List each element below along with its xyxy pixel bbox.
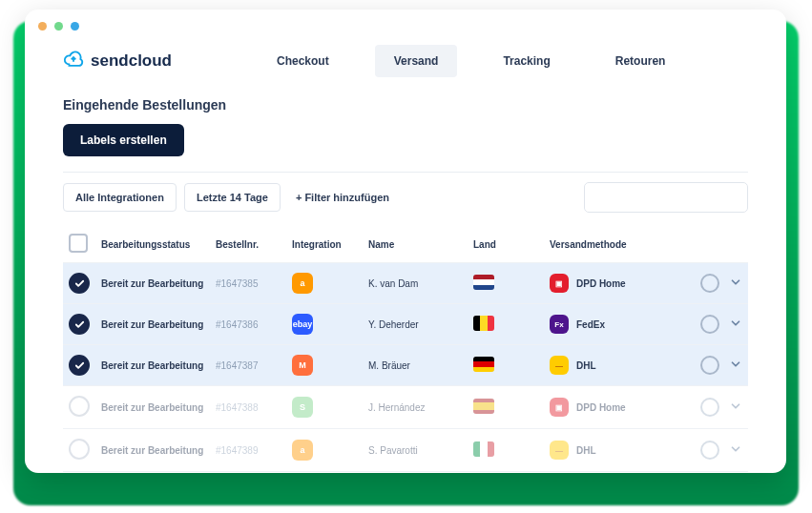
flag-icon [473, 399, 494, 414]
shipping-label: DPD Home [576, 278, 626, 289]
row-action-radio[interactable] [700, 274, 719, 293]
filter-chip-all-integrations[interactable]: Alle Integrationen [63, 183, 177, 212]
carrier-icon: — [550, 356, 569, 375]
integration-icon: S [292, 397, 313, 418]
flag-icon [473, 441, 494, 457]
status-text: Bereit zur Bearbeitung [101, 445, 203, 456]
col-header-country[interactable]: Land [468, 226, 544, 263]
shipping-method: ▣DPD Home [550, 398, 681, 417]
order-number: #1647387 [216, 360, 259, 371]
order-number: #1647385 [216, 278, 259, 289]
order-number: #1647389 [216, 445, 259, 456]
shipping-label: FedEx [576, 319, 605, 330]
chevron-down-icon[interactable] [729, 358, 742, 373]
shipping-label: DPD Home [576, 402, 626, 413]
status-text: Bereit zur Bearbeitung [101, 278, 203, 289]
col-header-integration[interactable]: Integration [286, 226, 363, 263]
row-select-checkbox[interactable] [69, 355, 90, 376]
customer-name: Y. Deherder [368, 319, 419, 330]
row-action-radio[interactable] [700, 441, 719, 460]
traffic-light-close-icon[interactable] [38, 22, 47, 31]
nav-tabs: Checkout Versand Tracking Retouren [258, 45, 684, 77]
row-action-radio[interactable] [700, 356, 719, 375]
table-header-row: Bearbeitungsstatus Bestellnr. Integratio… [63, 226, 748, 263]
titlebar [25, 10, 786, 42]
header: sendcloud Checkout Versand Tracking Reto… [25, 42, 786, 80]
table-row[interactable]: Bereit zur Bearbeitung#1647386ebayY. Deh… [63, 304, 748, 345]
filter-bar: Alle Integrationen Letzte 14 Tage + Filt… [63, 182, 748, 213]
shipping-label: DHL [576, 445, 596, 456]
carrier-icon: ▣ [550, 398, 569, 417]
page-body: Eingehende Bestellungen Labels erstellen… [25, 80, 786, 473]
page-title: Eingehende Bestellungen [63, 97, 748, 113]
add-filter-button[interactable]: + Filter hinzufügen [296, 192, 389, 203]
customer-name: K. van Dam [368, 278, 418, 289]
create-labels-button[interactable]: Labels erstellen [63, 124, 184, 156]
row-select-checkbox[interactable] [69, 314, 90, 335]
tab-retouren[interactable]: Retouren [596, 45, 685, 77]
table-row[interactable]: Bereit zur Bearbeitung#1647389aS. Pavaro… [63, 429, 748, 472]
status-text: Bereit zur Bearbeitung [101, 319, 203, 330]
brand-name: sendcloud [91, 51, 172, 71]
row-select-checkbox[interactable] [69, 396, 90, 417]
carrier-icon: — [550, 441, 569, 460]
row-select-checkbox[interactable] [69, 439, 90, 460]
chevron-down-icon[interactable] [729, 400, 742, 415]
shipping-method: FxFedEx [550, 315, 681, 334]
customer-name: J. Hernández [368, 402, 425, 413]
status-text: Bereit zur Bearbeitung [101, 360, 203, 371]
table-row[interactable]: Bereit zur Bearbeitung#1647387MM. Bräuer… [63, 345, 748, 386]
row-action-radio[interactable] [700, 398, 719, 417]
col-header-status[interactable]: Bearbeitungsstatus [95, 226, 210, 263]
search-input[interactable] [584, 182, 748, 213]
table-row[interactable]: Bereit zur Bearbeitung#1647390SL. Jackso… [63, 472, 748, 474]
col-header-order[interactable]: Bestellnr. [210, 226, 286, 263]
filter-chip-last-14-days[interactable]: Letzte 14 Tage [184, 183, 281, 212]
integration-icon: a [292, 273, 313, 294]
flag-icon [473, 357, 494, 372]
flag-icon [473, 316, 494, 331]
col-header-shipping[interactable]: Versandmethode [544, 226, 687, 263]
table-row[interactable]: Bereit zur Bearbeitung#1647385aK. van Da… [63, 263, 748, 304]
app-window: sendcloud Checkout Versand Tracking Reto… [25, 10, 786, 473]
carrier-icon: ▣ [550, 274, 569, 293]
select-all-checkbox[interactable] [69, 234, 88, 253]
chevron-down-icon[interactable] [729, 442, 742, 458]
row-action-radio[interactable] [700, 315, 719, 334]
orders-table: Bearbeitungsstatus Bestellnr. Integratio… [63, 226, 748, 473]
shipping-method: —DHL [550, 441, 681, 460]
traffic-light-minimize-icon[interactable] [54, 22, 63, 31]
order-number: #1647386 [216, 319, 259, 330]
col-header-name[interactable]: Name [363, 226, 468, 263]
shipping-label: DHL [576, 360, 596, 371]
brand-cloud-icon [63, 49, 84, 74]
customer-name: M. Bräuer [368, 360, 410, 371]
chevron-down-icon[interactable] [729, 276, 742, 291]
customer-name: S. Pavarotti [368, 445, 418, 456]
divider [63, 172, 748, 173]
table-row[interactable]: Bereit zur Bearbeitung#1647388SJ. Hernán… [63, 386, 748, 429]
order-number: #1647388 [216, 402, 259, 413]
shipping-method: ▣DPD Home [550, 274, 681, 293]
integration-icon: a [292, 440, 313, 461]
tab-versand[interactable]: Versand [375, 45, 458, 77]
traffic-light-maximize-icon[interactable] [71, 22, 79, 31]
shipping-method: —DHL [550, 356, 681, 375]
chevron-down-icon[interactable] [729, 317, 742, 332]
integration-icon: M [292, 355, 313, 376]
row-select-checkbox[interactable] [69, 273, 90, 294]
carrier-icon: Fx [550, 315, 569, 334]
tab-tracking[interactable]: Tracking [484, 45, 569, 77]
integration-icon: ebay [292, 314, 313, 335]
brand[interactable]: sendcloud [63, 49, 172, 74]
status-text: Bereit zur Bearbeitung [101, 402, 203, 413]
flag-icon [473, 275, 494, 290]
tab-checkout[interactable]: Checkout [258, 45, 348, 77]
